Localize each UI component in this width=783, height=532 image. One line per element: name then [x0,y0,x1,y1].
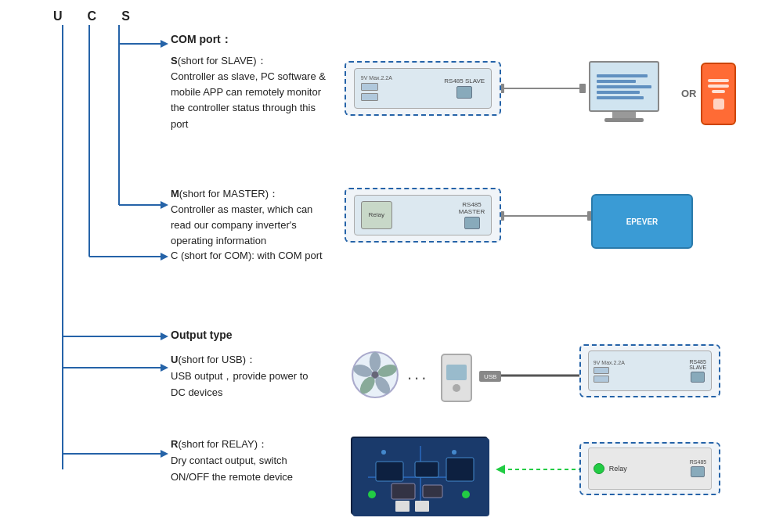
max-label-usb: 9V Max.2.2A [594,360,625,365]
rs485-master-label: RS485 MASTER [459,201,485,215]
usb-device-box-right: 9V Max.2.2A RS485SLAVE [579,344,720,397]
svg-point-45 [381,450,386,455]
label-c-top: C [88,9,97,23]
diagram-container: U C S [0,0,783,532]
svg-rect-38 [376,462,403,481]
svg-point-29 [370,352,381,372]
rs485-slave-label: RS485 SLAVE [444,77,485,84]
svg-rect-48 [415,501,429,512]
svg-marker-15 [161,450,168,458]
s-description: S(short for SLAVE)： Controller as slave,… [171,53,327,132]
r-description: R(short for RELAY)： Dry contact output, … [171,437,323,485]
svg-rect-23 [479,371,501,382]
slave-device-box: 9V Max.2.2A RS485 SLAVE [345,61,501,116]
relay-label-right: Relay [609,465,627,473]
svg-rect-39 [415,462,438,477]
relay-display: Relay [361,201,392,229]
output-type-label: Output type [171,329,233,341]
svg-point-43 [368,491,376,498]
svg-point-44 [462,491,470,498]
svg-marker-10 [161,201,168,209]
svg-rect-47 [395,501,410,512]
master-device-box: Relay RS485 MASTER [345,188,501,243]
inverter-brand: EPEVER [626,217,659,226]
relay-device-box-right: Relay RS485 [579,442,720,495]
inverter-mockup: EPEVER [591,194,693,249]
svg-marker-2 [161,332,168,340]
svg-rect-40 [446,458,474,481]
mobile-mockup [701,63,736,125]
svg-rect-42 [423,485,442,498]
relay-board [351,437,488,515]
fan-icon [351,350,399,399]
svg-marker-26 [496,465,505,474]
rs485-relay-right: RS485 [690,459,706,465]
m-description: M(short for MASTER)： Controller as maste… [171,186,327,250]
svg-rect-18 [579,84,586,93]
label-s-top: S [121,9,130,23]
rs485-slave-usb: RS485SLAVE [689,359,706,370]
u-output-description: U(short for USB)： USB output，provide pow… [171,352,323,401]
or-text: OR [681,88,697,99]
svg-marker-5 [161,253,168,261]
svg-rect-41 [392,483,415,499]
c-label: C (short for COM): with COM port [171,250,323,261]
phone-small-mockup [441,354,472,402]
dots-separator: ··· [407,368,428,388]
svg-text:USB: USB [484,373,496,380]
label-u-top: U [53,9,63,23]
monitor-mockup [589,61,659,122]
relay-green-dot [594,463,604,474]
com-port-label: COM port： [171,33,232,47]
svg-marker-8 [161,40,168,48]
top-labels: U C S [53,9,130,23]
svg-marker-13 [161,364,168,372]
svg-point-34 [372,372,378,378]
max-label-slave: 9V Max.2.2A [361,75,392,81]
svg-point-46 [452,450,456,455]
